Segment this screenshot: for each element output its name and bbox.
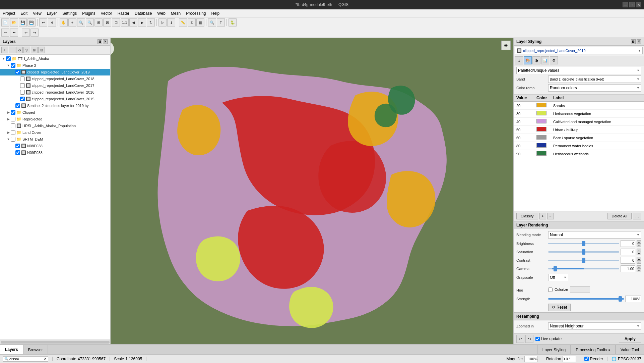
layer-item-lc2016[interactable]: 🔲 clipped_reprojected_LandCover_2016: [0, 89, 110, 96]
zoom-full-btn[interactable]: ⊞: [94, 18, 103, 27]
checkbox-lc2016[interactable]: [20, 90, 25, 95]
zoom-select-btn[interactable]: ⊠: [103, 18, 111, 27]
open-layer-properties-btn[interactable]: ⚙: [16, 47, 23, 53]
checkbox-reprojected[interactable]: [11, 117, 15, 121]
layer-item-n08e038[interactable]: 🔲 N08E038: [0, 143, 110, 149]
expand-all-btn[interactable]: ⊞: [31, 47, 38, 53]
remove-layer-btn[interactable]: −: [9, 47, 15, 53]
magnifier-input[interactable]: [524, 356, 538, 362]
attr-table-btn[interactable]: ▦: [196, 18, 204, 27]
menu-plugins[interactable]: Plugins: [79, 10, 98, 16]
checkbox-sentinel[interactable]: [15, 103, 20, 108]
search-clear-icon[interactable]: ✕: [44, 357, 47, 361]
menu-edit[interactable]: Edit: [18, 10, 30, 16]
checkbox-srtm[interactable]: [11, 137, 15, 142]
pan-map-btn[interactable]: ✋: [60, 18, 68, 27]
color-swatch-80[interactable]: [536, 143, 546, 148]
expand-landcover[interactable]: ▶: [6, 131, 11, 134]
renderer-dropdown[interactable]: Paletted/Unique values ▼: [516, 67, 641, 74]
table-row[interactable]: 20 Shrubs: [514, 102, 644, 110]
add-class-btn[interactable]: +: [539, 213, 546, 219]
add-layer-btn[interactable]: +: [1, 47, 8, 53]
color-swatch-30[interactable]: [536, 111, 546, 115]
zoom-in-btn[interactable]: 🔍: [77, 18, 85, 27]
refresh-btn[interactable]: ↻: [147, 18, 155, 27]
table-row[interactable]: 50 Urban / built-up: [514, 126, 644, 134]
strength-slider[interactable]: [548, 296, 624, 302]
table-row[interactable]: 80 Permanent water bodies: [514, 142, 644, 150]
print-btn[interactable]: 🖨: [48, 18, 56, 27]
styling-undo-btn[interactable]: ↩: [516, 335, 524, 343]
expand-phase3[interactable]: ▼: [6, 64, 11, 67]
saturation-value[interactable]: 0: [621, 249, 635, 255]
menu-project[interactable]: Project: [0, 10, 18, 16]
edit-features-btn[interactable]: ✏: [1, 29, 9, 37]
gamma-value[interactable]: 1.00: [621, 265, 635, 272]
table-row[interactable]: 60 Bare / sparse vegetation: [514, 134, 644, 142]
python-btn[interactable]: 🐍: [229, 18, 237, 27]
gamma-up[interactable]: ▲: [637, 265, 641, 269]
save-btn[interactable]: 💾: [19, 18, 27, 27]
pan-map2-btn[interactable]: +: [68, 18, 76, 27]
minimize-button[interactable]: —: [623, 2, 628, 7]
menu-vector[interactable]: Vector: [98, 10, 115, 16]
checkbox-lc2017[interactable]: [20, 83, 25, 88]
filter-layer-btn[interactable]: ▽: [23, 47, 30, 53]
render-checkbox[interactable]: [584, 357, 589, 361]
redo-btn[interactable]: ↪: [30, 29, 39, 37]
live-update-checkbox[interactable]: [535, 337, 540, 341]
saturation-down[interactable]: ▼: [637, 252, 641, 255]
menu-help[interactable]: Help: [209, 10, 222, 16]
brightness-down[interactable]: ▼: [637, 244, 641, 247]
digitize-btn[interactable]: ✒: [10, 29, 18, 37]
zoom-native-btn[interactable]: 1:1: [121, 18, 129, 27]
layers-scrollbar[interactable]: [0, 340, 110, 344]
contrast-up[interactable]: ▲: [637, 257, 641, 260]
maximize-button[interactable]: □: [629, 2, 635, 7]
reset-button[interactable]: ↺ Reset: [548, 304, 571, 311]
layer-item-lc2015[interactable]: 🔲 clipped_reprojected_LandCover_2015: [0, 96, 110, 102]
color-swatch-60[interactable]: [536, 135, 546, 140]
contrast-down[interactable]: ▼: [637, 260, 641, 264]
undo-btn[interactable]: ↩: [22, 29, 30, 37]
collapse-all-btn[interactable]: ⊟: [38, 47, 45, 53]
layer-item-sentinel[interactable]: 🔲 Sentinel-2 cloudless layer for 2019 by: [0, 102, 110, 109]
layer-item-landcover[interactable]: ▶ 📁 Land Cover: [0, 129, 110, 136]
epsg-item[interactable]: 🌐 EPSG:20137: [611, 357, 641, 361]
style-icon-info[interactable]: ℹ: [515, 56, 523, 64]
style-icon-histogram[interactable]: 📊: [541, 56, 549, 64]
band-dropdown[interactable]: Band 1: discrete_classification (Red) ▼: [548, 75, 641, 83]
table-row[interactable]: 40 Cultivated and managed vegetation: [514, 118, 644, 126]
zoom-feature-btn[interactable]: 🔍: [208, 18, 216, 27]
menu-view[interactable]: View: [30, 10, 44, 16]
blending-dropdown[interactable]: Normal ▼: [548, 231, 641, 239]
active-layer-dropdown[interactable]: 🔲 clipped_reprojected_LandCover_2019 ▼: [515, 47, 643, 54]
layer-item-clipped[interactable]: ▶ 📁 Clipped: [0, 109, 110, 116]
layer-item-n09e038[interactable]: 🔲 N09E038: [0, 149, 110, 156]
layer-item-eth-addis[interactable]: ▼ 📁 ETH_Addis_Ababa: [0, 55, 110, 62]
hue-color-swatch[interactable]: [570, 286, 590, 293]
expand-srtm[interactable]: ▼: [6, 138, 11, 141]
menu-processing[interactable]: Processing: [183, 10, 208, 16]
right-panel-float-btn[interactable]: ⊟: [631, 39, 636, 44]
identify-btn[interactable]: ℹ: [167, 18, 175, 27]
zoom-out-btn[interactable]: 🔍: [86, 18, 94, 27]
tip-btn[interactable]: T: [217, 18, 225, 27]
layer-item-lc2019[interactable]: 🔲 clipped_reprojected_LandCover_2019: [0, 69, 110, 75]
search-input[interactable]: [9, 357, 43, 361]
gamma-slider[interactable]: [548, 266, 619, 271]
tab-processing-toolbox[interactable]: Processing Toolbox: [571, 345, 616, 354]
layer-item-lc2018[interactable]: 🔲 clipped_reprojected_LandCover_2018: [0, 75, 110, 82]
open-btn[interactable]: 📂: [10, 18, 18, 27]
expand-clipped[interactable]: ▶: [6, 111, 11, 114]
brightness-value[interactable]: 0: [621, 240, 635, 247]
styling-redo-btn[interactable]: ↪: [525, 335, 533, 343]
checkbox-lc2018[interactable]: [20, 76, 25, 81]
checkbox-hrsl[interactable]: [11, 123, 15, 128]
checkbox-clipped[interactable]: [11, 110, 15, 115]
tab-layers[interactable]: Layers: [0, 345, 23, 354]
zoomed-in-dropdown[interactable]: Nearest Neighbour ▼: [548, 322, 641, 330]
delete-all-button[interactable]: Delete All: [607, 213, 632, 219]
gamma-down[interactable]: ▼: [637, 269, 641, 272]
color-swatch-40[interactable]: [536, 119, 546, 123]
